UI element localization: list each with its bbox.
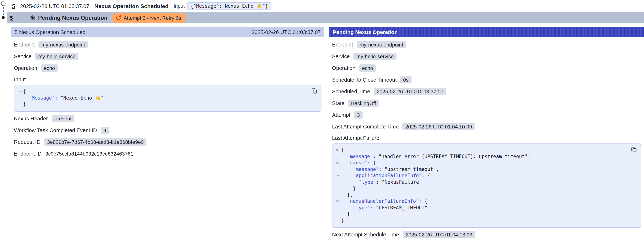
json-key: "message" [347,154,373,159]
field-label: Operation [332,65,355,71]
json-text: "message": "upstream timeout", [341,166,439,172]
copy-button[interactable] [631,146,637,152]
json-string: "Nexus Echo 👋" [60,95,104,100]
main-content: 5 2025-02-26 UTC 01:03:37.07 Nexus Opera… [6,0,644,239]
detail-row: Schedule To Close Timeout0s [332,75,641,84]
attempt-retry-badge: Attempt 3 • Next Retry 0s [112,13,186,22]
field-value-badge: my-nexus-endpoint [357,41,406,48]
detail-row: Servicemy-hello-service [14,52,322,61]
field-value-badge: 4 [100,126,109,134]
json-plain: { [23,88,26,94]
json-text: "type": "UPSTREAM_TIMEOUT" [341,204,428,211]
event-detail-timestamp: 2025-02-26 UTC 01:03:37.07 [252,29,321,35]
field-label: Last Attempt Complete Time [332,124,399,130]
collapse-toggle[interactable] [16,91,23,92]
event-history-view: 5 2025-02-26 UTC 01:03:37.07 Nexus Opera… [0,0,644,239]
event-detail-body: Endpointmy-nexus-endpointServicemy-hello… [11,37,324,161]
json-line: } [334,185,624,192]
pending-operation-panel: Pending Nexus Operation Endpointmy-nexus… [329,27,644,239]
json-plain: } [23,102,26,107]
detail-row: StateBackingOff [332,98,641,108]
input-block-label: Input [14,76,322,82]
json-text: }, [341,192,353,198]
field-label: Endpoint ID [14,150,42,156]
json-text: "message": "handler error (UPSTREAM_TIME… [341,153,530,160]
chevron-down-icon [18,89,21,92]
chevron-down-icon [336,160,340,164]
collapse-toggle[interactable] [334,162,341,164]
field-label: Next Attempt Schedule Time [332,232,399,238]
json-line: "nexusHandlerFailureInfo": { [334,198,624,204]
chevron-down-icon [336,148,340,151]
field-label: Scheduled Time [332,88,370,94]
json-key: "cause" [347,160,367,166]
json-text: } [341,217,344,224]
field-value-link[interactable]: 3c0c75ccfa8144b092c13ce632463761 [46,150,134,156]
field-label: Schedule To Close Timeout [332,77,397,83]
dot-icon [2,16,5,19]
json-lines: {"message": "handler error (UPSTREAM_TIM… [334,147,624,224]
copy-button[interactable] [311,88,318,94]
event-detail-header: 5 Nexus Operation Scheduled 2025-02-26 U… [11,27,324,37]
copy-icon [631,146,637,152]
detail-row: Endpoint ID3c0c75ccfa8144b092c13ce632463… [14,149,322,158]
json-text: } [23,101,26,108]
json-plain: } [347,211,350,217]
detail-list: Next Attempt Schedule Time2025-02-26 UTC… [332,230,641,239]
json-string: "handler error (UPSTREAM_TIMEOUT): upstr… [378,154,530,159]
json-line: "cause": { [334,160,624,166]
event-history-row[interactable]: 5 2025-02-26 UTC 01:03:37.07 Nexus Opera… [6,0,644,12]
failure-block-label: Last Attempt Failure [332,135,641,141]
timeline-connector [3,7,4,15]
json-line: "message": "upstream timeout", [334,166,624,172]
json-plain: : [370,205,376,210]
field-value-badge: echo [41,64,58,72]
event-id-link[interactable]: 5 [10,15,13,21]
refresh-icon [116,15,121,20]
json-plain: : [379,166,384,172]
field-label: Request ID [14,139,40,145]
pending-panel-header: Pending Nexus Operation [329,27,644,37]
field-label: Service [14,54,32,59]
detail-row: Endpointmy-nexus-endpoint [14,40,322,50]
field-value-badge: 2025-02-26 UTC 01:03:37.07 [374,88,446,95]
json-line: "type": "UPSTREAM_TIMEOUT" [334,204,624,211]
json-text: "type": "NexusFailure" [341,179,422,185]
json-plain: } [353,186,356,191]
json-line: "Message": "Nexus Echo 👋" [16,94,305,101]
field-value-badge: my-hello-service [354,53,397,60]
collapse-toggle[interactable] [334,150,341,150]
collapse-toggle[interactable] [334,201,341,202]
json-line: { [16,88,305,94]
event-timestamp: 2025-02-26 UTC 01:03:37.07 [20,3,89,9]
field-label: Endpoint [14,42,35,48]
json-plain: { [341,147,344,152]
field-value-badge: 2025-02-26 UTC 01:04:10.09 [402,123,475,130]
detail-list: Endpointmy-nexus-endpointServicemy-hello… [14,40,322,73]
event-name: Nexus Operation Scheduled [94,3,168,9]
json-key: "type" [359,179,376,185]
detail-panels: 5 Nexus Operation Scheduled 2025-02-26 U… [11,27,644,239]
event-detail-panel: 5 Nexus Operation Scheduled 2025-02-26 U… [11,27,324,239]
detail-row: Operationecho [14,63,322,73]
event-detail-title: 5 Nexus Operation Scheduled [15,29,86,35]
json-key: "nexusHandlerFailureInfo" [347,198,419,204]
field-label: Endpoint [332,42,353,48]
json-plain: : { [367,160,376,166]
json-string: "UPSTREAM_TIMEOUT" [376,205,428,210]
json-plain: }, [347,192,353,198]
collapse-toggle[interactable] [334,175,341,176]
json-line: } [334,211,624,217]
pending-operation-row[interactable]: 5 Pending Nexus Operation Attempt [6,12,644,24]
json-key: "type" [353,205,370,210]
chevron-down-icon [336,199,340,202]
field-value-badge: 3 [354,111,363,118]
json-text: } [341,185,356,192]
chevron-down-icon [336,173,340,177]
event-id-link[interactable]: 5 [12,3,15,9]
json-plain: : { [422,173,430,178]
field-value-badge: 0s [400,76,412,84]
json-line: "message": "handler error (UPSTREAM_TIME… [334,153,624,160]
json-line: { [334,147,624,153]
json-text: "applicationFailureInfo": { [341,172,430,179]
